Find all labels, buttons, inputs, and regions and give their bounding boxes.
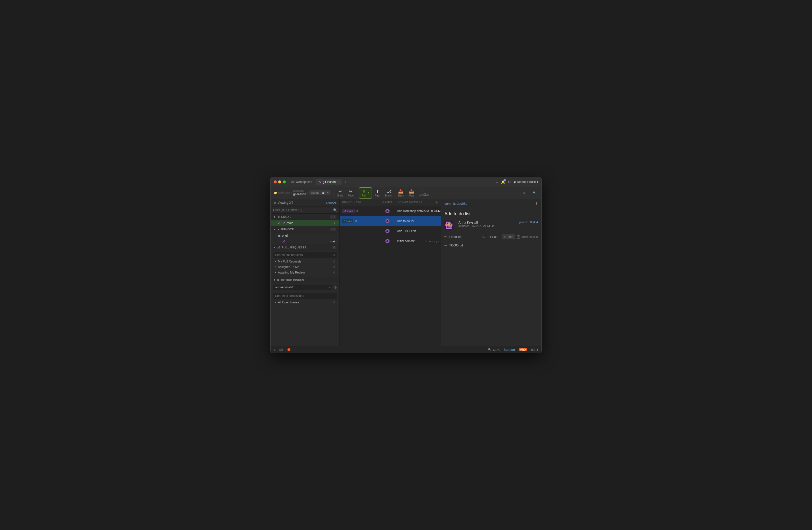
view-all-files-checkbox[interactable]: ✓ View all files	[517, 235, 538, 239]
pr-awaiting-left: ▾ Awaiting My Review	[275, 271, 305, 274]
svg-rect-10	[446, 225, 452, 225]
issues-all-open[interactable]: ▾ All Open Issues 0	[273, 300, 337, 305]
tree-view-button[interactable]: ⊞ Tree	[502, 234, 515, 239]
commit-graph-cell-3	[380, 229, 395, 233]
issues-repo-dropdown[interactable]: annakrystalli/g... ▾	[273, 284, 332, 290]
pr-my-requests[interactable]: ▾ My Pull Requests 0	[273, 259, 337, 264]
remote-main-name: main	[330, 240, 336, 243]
settings-gear-icon[interactable]: ⚙	[435, 201, 438, 204]
branch-selector[interactable]: branch main ▾	[309, 190, 331, 195]
terminal-button[interactable]: ›_ Terminal	[417, 188, 431, 197]
show-all-button[interactable]: Show All	[326, 201, 336, 204]
local-count: 1/1	[330, 215, 336, 219]
pr-assigned-to-me[interactable]: ▾ Assigned To Me 0	[273, 264, 337, 270]
status-list-icon[interactable]: ≡	[274, 348, 275, 351]
branch-button[interactable]: ⎇ Branch	[383, 188, 395, 198]
status-gift-icon[interactable]: 🎁	[287, 348, 291, 351]
undo-button[interactable]: ↩ Undo	[335, 188, 345, 198]
pr-filter-icon[interactable]: ⊘	[332, 253, 335, 257]
commit-detail-panel: commit: dac08e ⬇ Add to do list	[441, 199, 541, 346]
status-keyboard-icon[interactable]: ⌨	[279, 348, 283, 351]
local-section-header[interactable]: ▾ 🖥 LOCAL 1/1	[271, 214, 339, 220]
avatar-pixel-3	[387, 230, 388, 232]
graph-dot-1	[385, 209, 390, 213]
commit-row-3[interactable]: Add TODO.txt	[340, 226, 441, 236]
pr-search-input[interactable]	[275, 253, 331, 257]
branch-icon: ⎇	[387, 189, 391, 194]
sort-button[interactable]: ⇅	[481, 234, 486, 239]
commit-hash-row: commit: dac08e	[445, 202, 467, 206]
tab-close-button[interactable]: ×	[338, 180, 339, 183]
commit-row-4[interactable]: Initial commit 1 hour ago	[340, 236, 441, 246]
settings-icon[interactable]: ⚙	[508, 180, 511, 184]
add-tab-button[interactable]: +	[343, 180, 348, 184]
close-button[interactable]	[274, 180, 277, 183]
svg-rect-9	[451, 224, 452, 225]
split-view-button[interactable]: ⊡	[519, 190, 529, 195]
pop-label: Pop	[409, 194, 414, 197]
pull-requests-section-header[interactable]: ▾ ⎇ PULL REQUESTS 0	[271, 244, 339, 251]
issues-all-open-left: ▾ All Open Issues	[275, 300, 299, 304]
path-view-button[interactable]: ≡ Path	[488, 234, 501, 239]
github-issues-section-header[interactable]: ▾ ◉ GITHUB ISSUES	[271, 277, 339, 283]
pr-awaiting-review[interactable]: ▾ Awaiting My Review 0	[273, 270, 337, 275]
undo-icon: ↩	[338, 189, 342, 194]
tab-git-lesson[interactable]: ⌥ git-lesson ×	[316, 179, 342, 185]
path-list-icon: ≡	[490, 235, 491, 238]
workspace-button[interactable]: workspace	[278, 191, 290, 194]
filter-input[interactable]	[273, 208, 333, 212]
view-all-label: View all files	[521, 235, 538, 239]
search-button[interactable]: 🔍	[529, 190, 539, 195]
commit-row-selected[interactable]: ✓ main 🖥	[340, 216, 441, 226]
svg-rect-14	[446, 226, 447, 227]
awaiting-label: Awaiting My Review	[278, 271, 305, 274]
stash-label: Stash	[397, 194, 404, 197]
push-button[interactable]: ⬆ Push	[373, 188, 383, 198]
remote-branch-tag: ⎇ main	[342, 209, 354, 213]
support-link[interactable]: Support	[504, 348, 515, 352]
svg-rect-1	[446, 222, 447, 223]
svg-rect-4	[446, 223, 447, 224]
issues-search-input[interactable]	[275, 294, 335, 298]
remote-section-header[interactable]: ▾ ☁ REMOTE 1/1	[271, 226, 339, 233]
file-item-todo[interactable]: ✏ TODO.txt	[445, 242, 538, 249]
chevron-my-pr-icon: ▾	[275, 260, 276, 263]
redo-button[interactable]: ↪ Redo	[346, 188, 356, 198]
commit-author-row: Anna Krystalli authored 17/2/2023 @ 13:2…	[441, 219, 541, 232]
pull-button[interactable]: ⬇ Pull ▾	[359, 188, 372, 198]
svg-rect-7	[446, 224, 447, 225]
commit-row[interactable]: ⎇ main 🖥	[340, 206, 441, 216]
pixel	[388, 210, 388, 211]
push-icon: ⬆	[376, 189, 379, 194]
remote-label: REMOTE	[281, 228, 294, 231]
remote-origin-item[interactable]: ▣ origin	[271, 233, 339, 239]
pixel	[387, 240, 388, 241]
maximize-button[interactable]	[283, 180, 286, 183]
branch-dropdown-arrow-icon: ▾	[327, 191, 329, 194]
pull-dropdown-arrow[interactable]: ▾	[367, 191, 370, 194]
graph-dot-2	[385, 219, 390, 223]
pop-icon: 📤	[409, 189, 414, 194]
remote-branch-main[interactable]: ⎇ main	[271, 239, 339, 244]
chevron-assigned-icon: ▾	[275, 266, 276, 268]
viewing-count: Viewing 2/2	[278, 201, 293, 205]
pull-label: Pull	[362, 194, 366, 197]
issues-section: ▾ All Open Issues 0	[271, 292, 339, 307]
commit-branch-cell: ⎇ main 🖥	[340, 209, 380, 213]
issues-filter-icon[interactable]: ⊘	[334, 285, 337, 289]
commit-time-4: 1 hour ago	[425, 240, 439, 243]
tab-workspaces[interactable]: 🗂 Workspaces	[289, 179, 315, 185]
local-branch-main[interactable]: ✓ ⎇ main 1↓	[271, 220, 339, 226]
minimize-button[interactable]	[278, 180, 281, 183]
stash-button[interactable]: 📥 Stash	[395, 188, 406, 198]
profile-button[interactable]: ◉ Default Profile ▾	[513, 180, 538, 184]
chevron-down-icon[interactable]: ⌄	[495, 180, 498, 184]
my-pr-count: 0	[333, 260, 335, 263]
parent-info: parent: d0cd04	[520, 221, 538, 224]
pop-button[interactable]: 📤 Pop	[406, 188, 417, 198]
svg-rect-17	[446, 227, 452, 229]
repository-button[interactable]: repository git-lesson	[293, 190, 306, 196]
notification-icon[interactable]: 🔔 1	[501, 180, 505, 184]
title-bar: 🗂 Workspaces ⌥ git-lesson × + ⌄ 🔔 1 ⚙ ◉ …	[271, 177, 541, 187]
download-icon[interactable]: ⬇	[535, 202, 538, 206]
